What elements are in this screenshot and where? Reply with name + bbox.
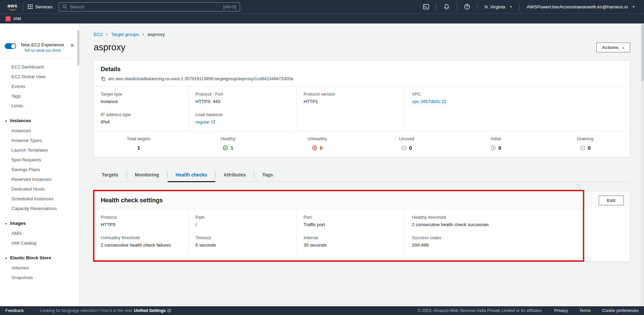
terms-link[interactable]: Terms	[580, 308, 591, 313]
stat-unused: Unused 0	[362, 136, 451, 151]
field-value: /	[195, 222, 290, 227]
help-button[interactable]: ?	[459, 4, 475, 10]
services-label: Services	[35, 4, 53, 9]
chevron-down-icon	[5, 118, 7, 123]
privacy-link[interactable]: Privacy	[554, 308, 568, 313]
sidebar-item-launch-templates[interactable]: Launch Templates	[0, 145, 80, 155]
stat-label: Unhealthy	[273, 136, 362, 141]
tell-us-link[interactable]: Tell us what you think	[19, 48, 65, 52]
tab-health-checks[interactable]: Health checks	[168, 168, 215, 182]
vpc-link-label: vpc-2657db5c	[412, 99, 441, 104]
page-title: asproxy	[94, 42, 126, 53]
sidebar-item-events[interactable]: Events	[0, 82, 80, 91]
feedback-link[interactable]: Feedback	[5, 308, 24, 313]
sidebar-item-reserved-instances[interactable]: Reserved Instances	[0, 174, 80, 184]
close-icon[interactable]: ×	[69, 42, 76, 48]
unified-settings-link[interactable]: Unified Settings	[134, 308, 171, 313]
field-label: Protocol : Port	[195, 92, 290, 97]
sidebar-item-savings-plans[interactable]: Savings Plans	[0, 165, 80, 174]
top-navigation-bar: aws Services [Alt+S]	[0, 0, 644, 13]
sidebar-item-instances[interactable]: Instances	[0, 126, 80, 136]
sidebar-item-spot-requests[interactable]: Spot Requests	[0, 155, 80, 165]
stat-label: Initial	[451, 136, 541, 141]
bell-icon	[444, 4, 450, 10]
stat-draining: Draining 0	[541, 136, 630, 151]
breadcrumb: EC2 Target groups asproxy	[94, 32, 630, 37]
target-group-arn: arn:aws:elasticloadbalancing:us-east-1:3…	[108, 76, 293, 81]
search-icon	[62, 4, 67, 9]
field-value: 5 seconds	[195, 243, 290, 248]
field-label: Healthy threshold	[412, 215, 577, 220]
tab-targets[interactable]: Targets	[94, 168, 127, 182]
sidebar-item-capacity-reservations[interactable]: Capacity Reservations	[0, 204, 80, 213]
account-menu[interactable]: AWSPowerUserAccess/navaneeth.kn@harness.…	[522, 4, 640, 9]
sidebar-item-snapshots[interactable]: Snapshots	[0, 273, 80, 282]
field-label: Path	[195, 215, 290, 220]
global-search[interactable]: [Alt+S]	[59, 2, 240, 11]
field-label: Unhealthy threshold	[101, 235, 182, 240]
edit-button-label: Edit	[607, 198, 616, 203]
field-value: HTTPS: 443	[195, 99, 290, 104]
main-scrollbar-thumb[interactable]	[641, 24, 644, 81]
external-link-icon	[167, 309, 171, 313]
load-balancer-link[interactable]: regular	[195, 119, 290, 124]
cloudshell-button[interactable]	[418, 4, 434, 10]
sidebar-item-amis[interactable]: AMIs	[0, 228, 80, 238]
sidebar-section-ebs[interactable]: Elastic Block Store	[0, 253, 80, 263]
sidebar-item-limits[interactable]: Limits	[0, 101, 80, 111]
field-value: 2 consecutive health check failures	[101, 243, 182, 248]
actions-button[interactable]: Actions	[596, 43, 630, 52]
search-input[interactable]	[70, 4, 221, 9]
field-value: 2 consecutive health check successes	[412, 222, 577, 227]
sidebar-item-dedicated-hosts[interactable]: Dedicated Hosts	[0, 184, 80, 194]
region-selector[interactable]: N. Virginia	[479, 4, 517, 9]
sidebar-item-ec2-dashboard[interactable]: EC2 Dashboard	[0, 62, 80, 72]
sidebar-item-scheduled-instances[interactable]: Scheduled Instances	[0, 194, 80, 204]
sidebar-section-instances[interactable]: Instances	[0, 115, 80, 126]
copy-icon[interactable]	[101, 76, 106, 81]
stat-label: Unused	[362, 136, 451, 141]
load-balancer-link-label: regular	[195, 119, 210, 124]
favorite-iam-link[interactable]: IAM	[13, 16, 21, 21]
sidebar-item-volumes[interactable]: Volumes	[0, 263, 80, 273]
cookie-preferences-link[interactable]: Cookie preferences	[602, 308, 639, 313]
chevron-down-icon	[5, 255, 7, 260]
sidebar-item-tags[interactable]: Tags	[0, 91, 80, 101]
breadcrumb-ec2-link[interactable]: EC2	[94, 32, 102, 37]
stat-total-targets: Total targets 1	[94, 136, 183, 151]
details-column: Protocol versionHTTP1	[296, 86, 405, 131]
stat-value: 0	[498, 145, 501, 151]
aws-logo[interactable]: aws	[4, 3, 21, 10]
language-selection-note: Looking for language selection? Find it …	[40, 308, 171, 313]
sidebar-section-images[interactable]: Images	[0, 218, 80, 228]
sidebar: New EC2 Experience Tell us what you thin…	[0, 23, 80, 306]
stat-unhealthy: Unhealthy 0	[273, 136, 362, 151]
new-experience-toggle[interactable]	[5, 43, 16, 49]
sidebar-item-ec2-global-view[interactable]: EC2 Global View	[0, 72, 80, 82]
field-label: VPC	[412, 92, 623, 97]
external-link-icon	[442, 99, 446, 104]
edit-button[interactable]: Edit	[599, 196, 624, 205]
services-menu-button[interactable]: Services	[25, 3, 55, 11]
sidebar-item-ami-catalog[interactable]: AMI Catalog	[0, 238, 80, 248]
details-title: Details	[101, 66, 623, 73]
search-shortcut-hint: [Alt+S]	[223, 4, 236, 9]
sidebar-section-label: Elastic Block Store	[10, 255, 51, 260]
new-experience-label: New EC2 Experience	[19, 42, 65, 47]
notifications-button[interactable]	[439, 4, 455, 10]
new-experience-block: New EC2 Experience Tell us what you thin…	[5, 42, 76, 52]
tab-tags[interactable]: Tags	[254, 168, 281, 182]
draining-minus-icon	[580, 145, 585, 151]
vpc-link[interactable]: vpc-2657db5c	[412, 99, 623, 104]
sidebar-scrollbar[interactable]	[77, 30, 79, 65]
sidebar-item-instance-types[interactable]: Instance Types	[0, 136, 80, 145]
tab-monitoring[interactable]: Monitoring	[127, 168, 167, 182]
field-label: Success codes	[412, 235, 577, 240]
field-label: Interval	[304, 235, 398, 240]
topbar-divider	[23, 3, 23, 10]
tab-attributes[interactable]: Attributes	[216, 168, 254, 182]
aws-smile-icon	[8, 8, 16, 10]
breadcrumb-target-groups-link[interactable]: Target groups	[111, 32, 139, 37]
main-scrollbar[interactable]	[641, 23, 644, 306]
services-grid-icon	[28, 4, 33, 9]
